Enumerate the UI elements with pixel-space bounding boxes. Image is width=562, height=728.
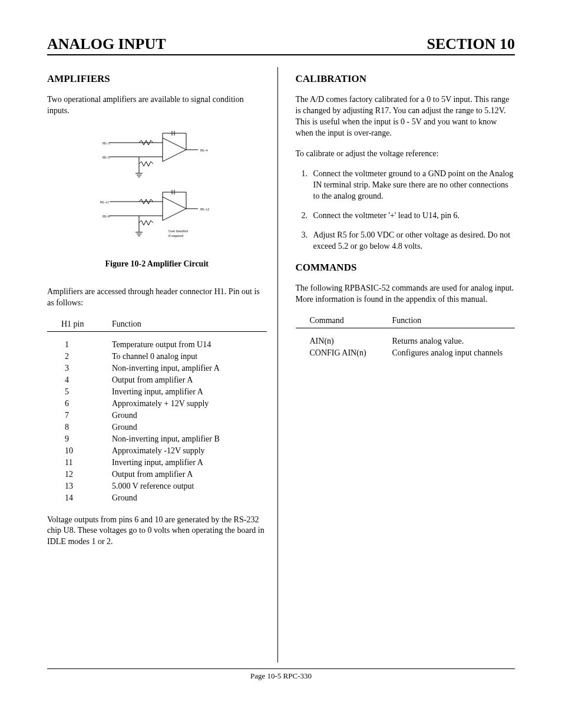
list-item: Connect the voltmeter '+' lead to U14, p… [310, 210, 515, 222]
voltage-note: Voltage outputs from pins 6 and 10 are g… [47, 515, 267, 548]
left-column: AMPLIFIERS Two operational amplifiers ar… [47, 67, 278, 663]
svg-marker-0 [163, 138, 186, 162]
table-row: 135.000 V reference output [47, 480, 267, 492]
content-columns: AMPLIFIERS Two operational amplifiers ar… [47, 67, 515, 663]
table-row: 7Ground [47, 410, 267, 421]
page-header: ANALOG INPUT SECTION 10 [47, 35, 515, 55]
list-item: Adjust R5 for 5.00 VDC or other voltage … [310, 230, 515, 252]
table-row: CONFIG AIN(n)Configures analog input cha… [296, 347, 515, 359]
table-row: 4Output from amplifier A [47, 374, 267, 386]
svg-text:H1-9: H1-9 [103, 215, 110, 218]
calibration-p1: The A/D comes factory calibrated for a 0… [296, 94, 515, 139]
table-row: 2To channel 0 analog input [47, 351, 267, 363]
table-row: 8Ground [47, 421, 267, 433]
table-row: 9Non-inverting input, amplifier B [47, 433, 267, 445]
command-table: Command Function AIN(n)Returns analog va… [296, 315, 515, 359]
table-row: AIN(n)Returns analog value. [296, 335, 515, 347]
cmd-func-col-header: Function [392, 315, 515, 328]
table-row: 6Approximately + 12V supply [47, 398, 267, 410]
right-column: CALIBRATION The A/D comes factory calibr… [292, 67, 515, 663]
svg-marker-18 [163, 197, 186, 220]
table-row: 10Approximately -12V supply [47, 445, 267, 457]
calibration-heading: CALIBRATION [296, 73, 515, 85]
amplifiers-heading: AMPLIFIERS [47, 73, 267, 85]
table-row: 11Inverting input, amplifier A [47, 457, 267, 469]
pin-col-header: H1 pin [47, 318, 112, 332]
page-footer: Page 10-5 RPC-330 [47, 668, 515, 681]
table-row: 3Non-inverting input, amplifier A [47, 363, 267, 374]
cmd-col-header: Command [296, 315, 392, 328]
amplifier-circuit-figure: H1-3 H1-5 H1-4 [47, 126, 267, 269]
list-item: Connect the voltmeter ground to a GND po… [310, 169, 515, 202]
svg-text:H1-11: H1-11 [100, 200, 109, 204]
calibration-p2: To calibrate or adjust the voltage refer… [296, 149, 515, 160]
commands-heading: COMMANDS [296, 262, 515, 274]
table-row: 5Inverting input, amplifier A [47, 386, 267, 398]
circuit-diagram-icon: H1-3 H1-5 H1-4 [92, 126, 222, 256]
commands-intro: The following RPBASIC-52 commands are us… [296, 283, 515, 305]
svg-text:User installed: User installed [168, 229, 188, 233]
svg-text:H1-5: H1-5 [103, 156, 110, 159]
header-title-left: ANALOG INPUT [47, 35, 166, 53]
pin-table: H1 pin Function 1Temperature output from… [47, 318, 267, 504]
svg-text:H1-3: H1-3 [103, 141, 110, 145]
amplifiers-access-text: Amplifiers are accessed through header c… [47, 286, 267, 309]
func-col-header: Function [112, 318, 267, 332]
calibration-steps: Connect the voltmeter ground to a GND po… [310, 169, 515, 252]
header-title-right: SECTION 10 [427, 35, 515, 53]
table-row: 1Temperature output from U14 [47, 339, 267, 351]
amplifiers-intro: Two operational amplifiers are available… [47, 94, 267, 117]
figure-caption: Figure 10-2 Amplifier Circuit [47, 259, 267, 269]
svg-text:H1-4: H1-4 [200, 149, 207, 152]
table-row: 14Ground [47, 492, 267, 504]
svg-text:H1-12: H1-12 [200, 207, 209, 211]
svg-text:if required: if required [168, 234, 183, 238]
table-row: 12Output from amplifier A [47, 469, 267, 480]
